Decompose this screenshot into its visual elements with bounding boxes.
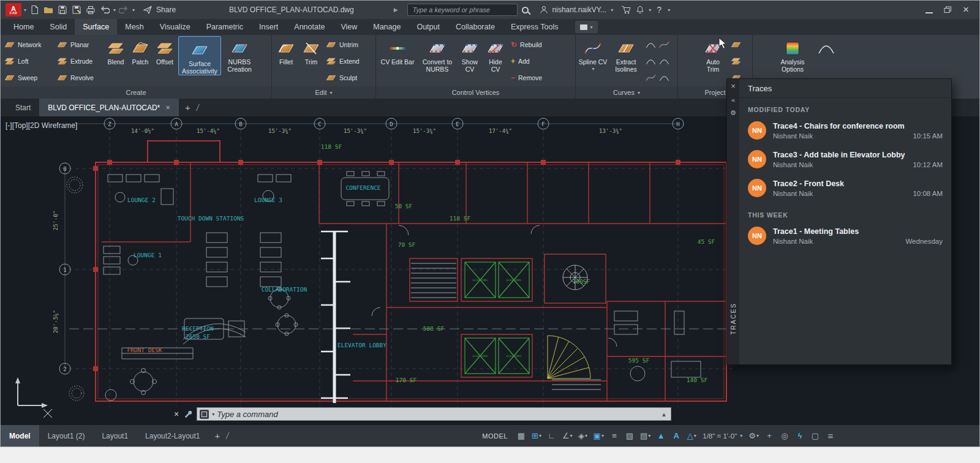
project-to-ucs-button[interactable]	[728, 36, 744, 53]
edit-panel-label[interactable]: Edit▾	[272, 86, 375, 99]
freehand-curve-icon[interactable]	[659, 74, 669, 81]
search-input[interactable]	[407, 4, 518, 16]
trace-item-3[interactable]: NN Trace3 - Add table in Elevator Lobby …	[739, 146, 951, 175]
ribbon-tab-collaborate[interactable]: Collaborate	[448, 19, 503, 35]
patch-button[interactable]: Patch	[128, 35, 153, 66]
palette-properties-icon[interactable]: ⚙	[730, 109, 736, 117]
transparency-toggle[interactable]: ▨	[623, 428, 636, 444]
app-menu-button[interactable]: ACAD	[6, 3, 21, 17]
ortho-toggle[interactable]: ∟	[545, 428, 559, 444]
ribbon-tab-home[interactable]: Home	[6, 19, 42, 35]
new-file-button[interactable]	[28, 3, 40, 17]
lineweight-toggle[interactable]: ≡	[608, 428, 621, 444]
app-store-button[interactable]	[620, 3, 632, 17]
ribbon-tab-mesh[interactable]: Mesh	[117, 19, 152, 35]
show-cv-button[interactable]: ShowCV	[457, 35, 483, 73]
new-layout-button[interactable]: +	[208, 425, 226, 446]
ribbon-tab-insert[interactable]: Insert	[251, 19, 286, 35]
selected-partition[interactable]	[321, 232, 350, 403]
analysis-options-button[interactable]: AnalysisOptions	[771, 35, 814, 73]
command-history-icon[interactable]: ▲	[661, 411, 668, 418]
layout1-2-tab[interactable]: Layout1 (2)	[39, 425, 94, 446]
extend-button[interactable]: Extend	[323, 53, 362, 69]
sculpt-button[interactable]: Sculpt	[323, 69, 362, 86]
autoscale-toggle[interactable]: △▾	[685, 428, 698, 444]
model-tab[interactable]: Model	[1, 425, 39, 446]
blend-curve-button[interactable]	[643, 36, 672, 53]
annotation-visibility-toggle[interactable]: A	[669, 428, 683, 444]
ribbon-tab-express-tools[interactable]: Express Tools	[503, 19, 567, 35]
trace-item-4[interactable]: NN Trace4 - Chairs for conference room N…	[739, 117, 951, 146]
network-button[interactable]: Network	[2, 36, 55, 53]
dynamic-input-toggle[interactable]: ▲	[654, 428, 668, 444]
open-file-button[interactable]	[42, 3, 55, 17]
grid-display-toggle[interactable]: ▦	[514, 428, 528, 444]
ucs-icon[interactable]	[15, 377, 48, 408]
save-button[interactable]	[56, 3, 69, 17]
extrude-button[interactable]: Extrude	[55, 53, 104, 69]
minimize-button[interactable]	[923, 3, 935, 17]
command-customize-icon[interactable]	[183, 410, 192, 419]
command-dropdown-icon[interactable]: ▾	[212, 412, 214, 417]
surface-associativity-toggle[interactable]: SurfaceAssociativity	[178, 36, 221, 75]
zebra-analysis-button[interactable]	[814, 35, 839, 58]
command-close-icon[interactable]: ×	[174, 409, 179, 419]
project-to-view-button[interactable]	[728, 53, 744, 69]
layout1-tab[interactable]: Layout1	[93, 425, 137, 446]
ribbon-tab-annotate[interactable]: Annotate	[286, 19, 333, 35]
model-space-toggle[interactable]: MODEL	[477, 428, 513, 444]
restore-button[interactable]	[941, 3, 954, 17]
curve-row-3[interactable]	[643, 69, 672, 86]
blend-button[interactable]: Blend	[104, 35, 128, 66]
viewport-controls[interactable]: [-][Top][2D Wireframe]	[6, 121, 77, 130]
hide-cv-button[interactable]: HideCV	[483, 35, 508, 73]
ribbon-tab-visualize[interactable]: Visualize	[152, 19, 198, 35]
undo-arrow-icon[interactable]: ▾	[113, 7, 116, 13]
project-curve-icon[interactable]	[659, 58, 669, 65]
file-tab-start[interactable]: Start	[7, 99, 39, 116]
object-snap-toggle[interactable]: ▣▾	[592, 428, 606, 444]
layout2-tab[interactable]: Layout2-Layout1	[137, 425, 208, 446]
undo-button[interactable]	[99, 3, 111, 17]
sweep-button[interactable]: Sweep	[2, 69, 55, 86]
redo-arrow-icon[interactable]: ▾	[132, 7, 135, 13]
save-as-button[interactable]	[70, 3, 83, 17]
curve-row-2[interactable]	[643, 53, 672, 69]
help-button[interactable]: ?	[653, 3, 665, 17]
nurbs-creation-toggle[interactable]: NURBSCreation	[222, 35, 257, 73]
trace-item-2[interactable]: NN Trace2 - Front Desk Nishant Naik10:08…	[739, 175, 951, 203]
remove-button[interactable]: −Remove	[508, 69, 545, 86]
rebuild-button[interactable]: ↻Rebuild	[508, 36, 545, 53]
snap-mode-toggle[interactable]: ⊞▾	[530, 428, 543, 444]
ribbon-tab-parametric[interactable]: Parametric	[198, 19, 251, 35]
palette-close-icon[interactable]: ×	[731, 81, 736, 91]
ribbon-tab-manage[interactable]: Manage	[365, 19, 409, 35]
offset-curve-icon[interactable]	[659, 41, 669, 48]
command-input-bar[interactable]: ▾ ▲	[197, 407, 671, 421]
annotation-scale-button[interactable]: 1/8" = 1'-0"▾	[700, 428, 745, 444]
app-menu-arrow-icon[interactable]: ▾	[24, 7, 26, 13]
annotation-monitor-button[interactable]: +	[763, 428, 776, 444]
notifications-arrow-icon[interactable]: ▾	[649, 7, 651, 13]
spline-cv-button[interactable]: Spline CV▾	[577, 35, 609, 73]
trace-item-1[interactable]: NN Trace1 - Meeting Tables Nishant NaikW…	[739, 222, 951, 251]
account-button[interactable]: nishant.naikVY... ▾	[539, 5, 614, 15]
add-button[interactable]: +Add	[508, 53, 545, 69]
control-vertices-panel-label[interactable]: Control Vertices	[376, 86, 575, 99]
clean-screen-button[interactable]: ▢	[809, 428, 822, 444]
ribbon-tab-output[interactable]: Output	[409, 19, 448, 35]
loft-button[interactable]: Loft	[2, 53, 55, 69]
isodraft-toggle[interactable]: ◈▾	[576, 428, 590, 444]
command-input[interactable]	[217, 410, 658, 419]
close-tab-icon[interactable]: ×	[165, 103, 170, 112]
ribbon-tab-surface[interactable]: Surface	[75, 19, 117, 35]
curves-panel-label[interactable]: Curves▾	[576, 86, 677, 99]
recent-commands-icon[interactable]	[200, 410, 209, 419]
fillet-button[interactable]: Fillet	[273, 35, 299, 66]
isolate-objects-button[interactable]: ◎	[778, 428, 791, 444]
palette-autohide-icon[interactable]: «	[731, 96, 735, 104]
revolve-button[interactable]: Revolve	[55, 69, 104, 86]
convert-to-nurbs-button[interactable]: Convert toNURBS	[418, 35, 457, 73]
cv-edit-bar-button[interactable]: CV Edit Bar	[377, 35, 418, 66]
graphics-performance-button[interactable]: ϟ	[793, 428, 807, 444]
